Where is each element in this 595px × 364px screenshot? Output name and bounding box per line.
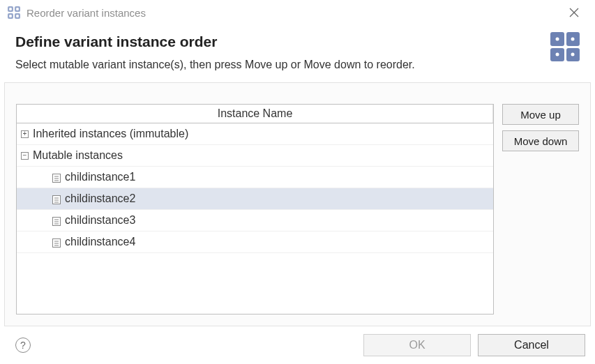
ok-button: OK (363, 334, 471, 356)
instance-label: childinstance3 (65, 214, 135, 227)
window-title: Reorder variant instances (27, 7, 560, 19)
tree-item[interactable]: childinstance3 (17, 210, 493, 232)
footer: ? OK Cancel (0, 326, 595, 364)
body-panel: Instance Name + Inherited instances (imm… (4, 82, 591, 326)
help-icon: ? (20, 340, 26, 351)
variant-instance-icon (52, 216, 61, 225)
tree-rows: + Inherited instances (immutable) − Muta… (17, 123, 493, 314)
tree-item[interactable]: childinstance2 (17, 188, 493, 210)
spacer (21, 195, 29, 203)
close-icon (569, 8, 579, 17)
dialog-window: Reorder variant instances Define variant… (0, 0, 595, 364)
expand-icon[interactable]: + (21, 130, 29, 138)
page-heading: Define variant instance order (15, 33, 542, 50)
move-up-button[interactable]: Move up (502, 104, 579, 125)
header-decor-icon (550, 32, 580, 61)
title-bar: Reorder variant instances (0, 0, 595, 24)
spacer (21, 217, 29, 225)
group-label: Mutable instances (33, 149, 123, 162)
close-button[interactable] (560, 3, 588, 22)
tree-group-mutable[interactable]: − Mutable instances (17, 145, 493, 167)
variant-instance-icon (52, 173, 61, 182)
spacer (21, 238, 29, 246)
move-down-button[interactable]: Move down (502, 130, 579, 151)
instance-tree: Instance Name + Inherited instances (imm… (16, 104, 494, 314)
column-header-instance-name[interactable]: Instance Name (17, 105, 493, 123)
app-icon (7, 6, 21, 20)
group-label: Inherited instances (immutable) (33, 128, 188, 140)
help-button[interactable]: ? (15, 338, 31, 353)
variant-instance-icon (52, 195, 61, 204)
spacer (21, 174, 29, 181)
variant-instance-icon (52, 238, 61, 247)
instance-label: childinstance2 (65, 192, 135, 205)
instance-label: childinstance1 (65, 171, 135, 183)
side-buttons: Move up Move down (502, 104, 579, 314)
tree-group-inherited[interactable]: + Inherited instances (immutable) (17, 123, 493, 145)
instance-label: childinstance4 (65, 236, 135, 248)
tree-item[interactable]: childinstance1 (17, 167, 493, 188)
page-description: Select mutable variant instance(s), then… (15, 59, 542, 71)
collapse-icon[interactable]: − (21, 152, 29, 160)
cancel-button[interactable]: Cancel (478, 334, 585, 356)
tree-item[interactable]: childinstance4 (17, 232, 493, 253)
header-text: Define variant instance order Select mut… (15, 29, 542, 71)
empty-space (17, 253, 493, 270)
header: Define variant instance order Select mut… (0, 24, 595, 82)
